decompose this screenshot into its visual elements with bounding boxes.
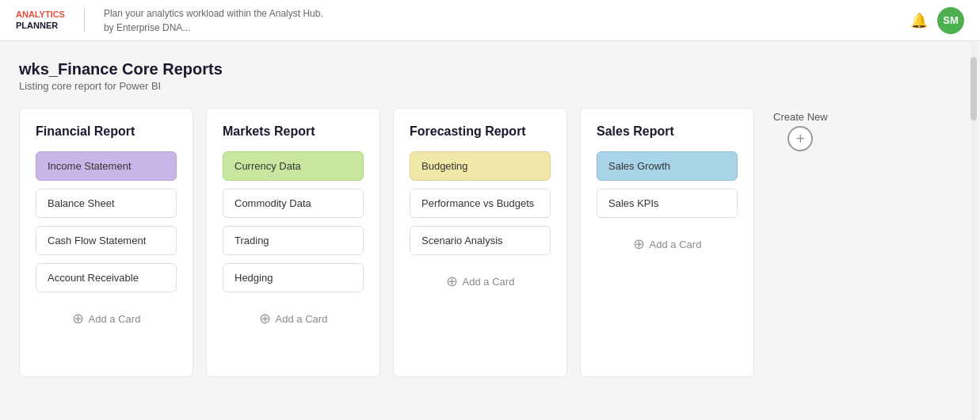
list-item[interactable]: Cash Flow Statement (36, 226, 177, 255)
list-item[interactable]: Balance Sheet (36, 189, 177, 218)
create-new-area: Create New + (773, 108, 828, 151)
logo-divider (84, 9, 85, 32)
markets-report-title: Markets Report (223, 124, 364, 139)
create-new-button[interactable]: + (787, 126, 813, 151)
bell-icon[interactable]: 🔔 (910, 12, 928, 29)
list-item[interactable]: Hedging (223, 263, 364, 292)
add-card-button[interactable]: ⊕ Add a Card (597, 229, 738, 259)
sales-report-title: Sales Report (597, 124, 738, 139)
list-item[interactable]: Budgeting (410, 151, 551, 181)
scrollbar-track[interactable] (970, 41, 977, 420)
plus-circle-icon: ⊕ (72, 310, 84, 327)
add-card-button[interactable]: ⊕ Add a Card (223, 304, 364, 334)
avatar[interactable]: SM (937, 7, 964, 34)
page-subtitle: Listing core report for Power BI (19, 80, 961, 92)
forecasting-report-title: Forecasting Report (410, 124, 551, 139)
list-item[interactable]: Performance vs Budgets (410, 189, 551, 218)
financial-report-card: Financial Report Income Statement Balanc… (19, 108, 193, 377)
list-item[interactable]: Sales Growth (597, 151, 738, 181)
header-left: ANALYTICSPLANNER Plan your analytics wor… (16, 6, 323, 35)
list-item[interactable]: Account Receivable (36, 263, 177, 292)
logo-text: ANALYTICSPLANNER (16, 10, 65, 30)
list-item[interactable]: Scenario Analysis (410, 226, 551, 255)
markets-report-card: Markets Report Currency Data Commodity D… (206, 108, 380, 377)
plus-circle-icon: ⊕ (446, 273, 458, 290)
forecasting-report-card: Forecasting Report Budgeting Performance… (393, 108, 567, 377)
list-item[interactable]: Commodity Data (223, 189, 364, 218)
add-card-label: Add a Card (650, 239, 702, 250)
list-item[interactable]: Sales KPIs (597, 189, 738, 218)
subtitle-line1: Plan your analytics workload within the … (104, 6, 323, 21)
header-subtitle: Plan your analytics workload within the … (104, 6, 323, 35)
cards-area: Financial Report Income Statement Balanc… (19, 108, 961, 377)
subtitle-line2: by Enterprise DNA... (104, 21, 323, 35)
plus-circle-icon: ⊕ (259, 310, 271, 327)
scrollbar-thumb[interactable] (970, 57, 977, 120)
add-card-label: Add a Card (276, 313, 328, 325)
financial-report-title: Financial Report (36, 124, 177, 139)
add-card-label: Add a Card (89, 313, 141, 325)
list-item[interactable]: Income Statement (36, 151, 177, 181)
list-item[interactable]: Currency Data (223, 151, 364, 181)
page-content: wks_Finance Core Reports Listing core re… (0, 41, 980, 420)
create-new-label: Create New (773, 111, 828, 123)
sales-report-card: Sales Report Sales Growth Sales KPIs ⊕ A… (580, 108, 754, 377)
plus-circle-icon: ⊕ (633, 235, 645, 253)
header-right: 🔔 SM (910, 7, 964, 34)
add-card-label: Add a Card (463, 276, 515, 288)
list-item[interactable]: Trading (223, 226, 364, 255)
logo-block: ANALYTICSPLANNER (16, 10, 65, 30)
page-title: wks_Finance Core Reports (19, 60, 961, 78)
add-card-button[interactable]: ⊕ Add a Card (410, 266, 551, 296)
add-card-button[interactable]: ⊕ Add a Card (36, 304, 177, 334)
header: ANALYTICSPLANNER Plan your analytics wor… (0, 0, 980, 41)
